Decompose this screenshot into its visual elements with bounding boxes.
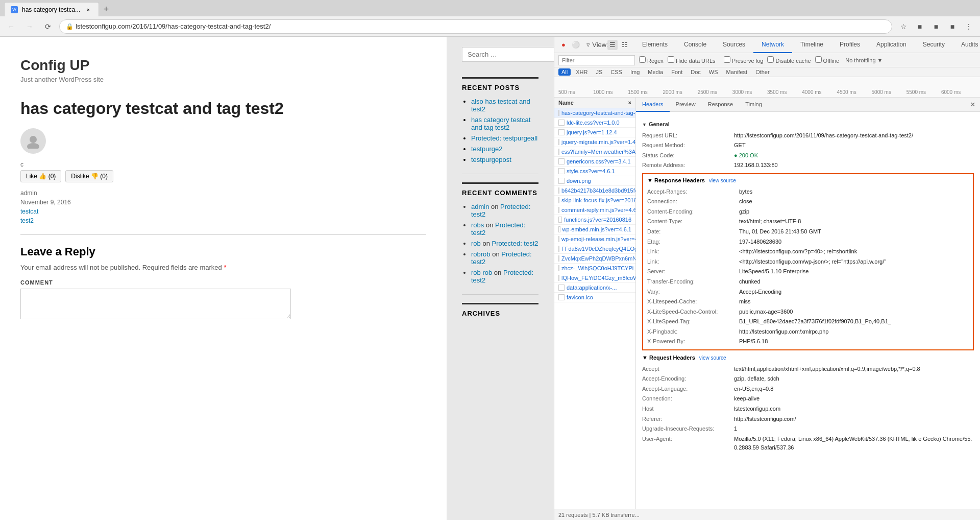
tab-sources[interactable]: Sources bbox=[715, 37, 753, 53]
forward-button[interactable]: → bbox=[22, 19, 37, 34]
preview-tab[interactable]: Preview bbox=[670, 98, 702, 112]
regex-label[interactable]: Regex bbox=[639, 56, 664, 64]
network-row-13[interactable]: wp-embed.min.js?ver=4.6.1 bbox=[554, 225, 635, 234]
network-row-15[interactable]: FFda8w1V0eDZheqfcyQ4EOgd... bbox=[554, 244, 635, 254]
network-row-19[interactable]: data:application/x-... bbox=[554, 283, 635, 293]
post-tag2[interactable]: test2 bbox=[20, 217, 426, 224]
network-row-8[interactable]: down.png bbox=[554, 176, 635, 186]
headers-tab[interactable]: Headers bbox=[636, 98, 670, 112]
comment-author-1[interactable]: admin bbox=[471, 203, 489, 210]
comment-author-4[interactable]: robrob bbox=[471, 250, 491, 258]
offline-label[interactable]: Offline bbox=[815, 56, 840, 64]
filter-xhr[interactable]: XHR bbox=[573, 68, 591, 76]
comment-author-5[interactable]: rob rob bbox=[471, 269, 492, 276]
tab-application[interactable]: Application bbox=[868, 37, 915, 53]
comment-author-3[interactable]: rob bbox=[471, 240, 481, 247]
back-button[interactable]: ← bbox=[4, 19, 18, 34]
name-close-icon[interactable]: × bbox=[628, 100, 631, 106]
network-filter-input[interactable] bbox=[558, 55, 635, 65]
post-tag1[interactable]: testcat bbox=[20, 208, 426, 215]
network-row-10[interactable]: skip-link-focus-fix.js?ver=20160... bbox=[554, 196, 635, 205]
filter-ws[interactable]: WS bbox=[706, 68, 721, 76]
hide-urls-checkbox[interactable] bbox=[668, 56, 674, 63]
recent-post-link-5[interactable]: testpurgepost bbox=[471, 156, 511, 163]
network-row-1[interactable]: has-category-testcat-and-tag-te... bbox=[554, 108, 635, 118]
recent-post-link-3[interactable]: Protected: testpurgeall bbox=[471, 134, 537, 142]
leave-reply-title: Leave a Reply bbox=[20, 245, 426, 258]
network-row-11[interactable]: comment-reply.min.js?ver=4.6.1 bbox=[554, 205, 635, 215]
recent-post-link-1[interactable]: also has testcat and test2 bbox=[471, 98, 530, 113]
menu-button[interactable]: ⋮ bbox=[962, 19, 976, 34]
comment-textarea[interactable] bbox=[20, 289, 291, 319]
address-bar[interactable]: 🔒 lstestconfigup.com/2016/11/09/has-cate… bbox=[59, 19, 892, 34]
tab-profiles[interactable]: Profiles bbox=[831, 37, 868, 53]
reload-button[interactable]: ⟳ bbox=[41, 19, 55, 34]
extension-button-1[interactable]: ■ bbox=[913, 19, 927, 34]
tab-network[interactable]: Network bbox=[753, 37, 792, 53]
extension-button-2[interactable]: ■ bbox=[929, 19, 943, 34]
disable-cache-checkbox[interactable] bbox=[767, 56, 774, 63]
bookmark-button[interactable]: ☆ bbox=[896, 19, 911, 34]
network-row-12[interactable]: functions.js?ver=20160816 bbox=[554, 215, 635, 225]
extension-button-3[interactable]: ■ bbox=[945, 19, 960, 34]
search-input[interactable] bbox=[462, 47, 559, 62]
network-row-14[interactable]: wp-emoji-release.min.js?ver=4.6... bbox=[554, 234, 635, 244]
preserve-log-label[interactable]: Preserve log bbox=[724, 56, 764, 64]
response-tab[interactable]: Response bbox=[702, 98, 740, 112]
comment-author-2[interactable]: robs bbox=[471, 221, 484, 229]
view-large-icon[interactable]: ☷ bbox=[620, 40, 630, 50]
hide-urls-label[interactable]: Hide data URLs bbox=[668, 56, 716, 64]
regex-checkbox[interactable] bbox=[639, 56, 646, 63]
filter-doc[interactable]: Doc bbox=[688, 68, 704, 76]
tab-close-button[interactable]: × bbox=[84, 6, 92, 14]
network-row-7[interactable]: style.css?ver=4.6.1 bbox=[554, 167, 635, 176]
record-button[interactable]: ● bbox=[558, 40, 569, 50]
recent-post-link-2[interactable]: has category testcat and tag test2 bbox=[471, 116, 530, 131]
timing-tab[interactable]: Timing bbox=[739, 98, 768, 112]
filter-css[interactable]: CSS bbox=[607, 68, 625, 76]
filter-icon[interactable]: ▿ bbox=[583, 40, 593, 50]
throttling-select[interactable]: No throttling ▼ bbox=[845, 57, 883, 63]
offline-checkbox[interactable] bbox=[815, 56, 822, 63]
tab-elements[interactable]: Elements bbox=[634, 37, 676, 53]
recent-posts-list: also has testcat and test2 has category … bbox=[462, 98, 538, 163]
network-row-16[interactable]: ZvcMqxEwPh2qDWBPxn6mNku... bbox=[554, 254, 635, 264]
dislike-button[interactable]: Dislike 👎 (0) bbox=[65, 170, 113, 182]
view-list-icon[interactable]: ☰ bbox=[607, 40, 618, 50]
view-icon[interactable]: View: bbox=[595, 40, 605, 50]
filter-js[interactable]: JS bbox=[593, 68, 605, 76]
recent-post-link-4[interactable]: testpurge2 bbox=[471, 145, 502, 153]
filter-all[interactable]: All bbox=[558, 68, 571, 76]
network-row-17[interactable]: zhcz-_WihjSQC0oHJ9TCYPi_vA... bbox=[554, 264, 635, 273]
comment-post-3[interactable]: Protected: test2 bbox=[492, 240, 538, 247]
name-column-header: Name × bbox=[554, 98, 635, 108]
filter-manifest[interactable]: Manifest bbox=[723, 68, 751, 76]
network-row-5[interactable]: css?family=Merriweather%3A40... bbox=[554, 147, 635, 157]
network-row-9[interactable]: b642b4217b34b1e8d3bd915fc65... bbox=[554, 186, 635, 196]
request-view-source-link[interactable]: view source bbox=[699, 354, 726, 362]
network-row-6[interactable]: genericons.css?ver=3.4.1 bbox=[554, 157, 635, 167]
response-view-source-link[interactable]: view source bbox=[709, 177, 736, 185]
row-checkbox-10 bbox=[558, 197, 559, 203]
network-row-4[interactable]: jquery-migrate.min.js?ver=1.4.1 bbox=[554, 137, 635, 147]
tab-timeline[interactable]: Timeline bbox=[792, 37, 831, 53]
filter-media[interactable]: Media bbox=[645, 68, 666, 76]
filter-font[interactable]: Font bbox=[668, 68, 685, 76]
network-row-2[interactable]: ldc-lite.css?ver=1.0.0 bbox=[554, 118, 635, 128]
like-button[interactable]: Like 👍 (0) bbox=[20, 170, 61, 182]
tab-security[interactable]: Security bbox=[915, 37, 953, 53]
network-row-18[interactable]: lQHow_FEYiDC4Gzy_m8fcoWM... bbox=[554, 273, 635, 283]
clear-button[interactable]: ⚪ bbox=[571, 40, 581, 50]
preserve-log-checkbox[interactable] bbox=[724, 56, 730, 63]
tab-audits[interactable]: Audits bbox=[953, 37, 980, 53]
active-tab[interactable]: W has category testca... × bbox=[4, 2, 99, 16]
filter-img[interactable]: Img bbox=[627, 68, 643, 76]
details-close-button[interactable]: × bbox=[966, 98, 980, 112]
network-row-3[interactable]: jquery.js?ver=1.12.4 bbox=[554, 128, 635, 137]
disable-cache-label[interactable]: Disable cache bbox=[767, 56, 811, 64]
network-row-20[interactable]: favicon.ico bbox=[554, 293, 635, 302]
filter-other[interactable]: Other bbox=[752, 68, 773, 76]
tab-console[interactable]: Console bbox=[676, 37, 715, 53]
new-tab-button[interactable]: + bbox=[99, 2, 113, 16]
x-litespeed-cache-value: miss bbox=[739, 297, 751, 306]
